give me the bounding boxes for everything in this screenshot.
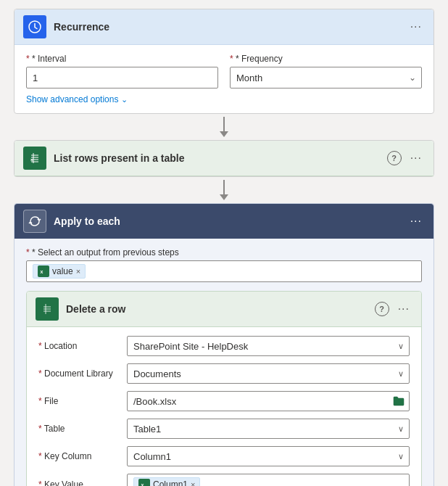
show-advanced-chevron-icon: ⌄ xyxy=(121,95,128,104)
value-tag: x value × xyxy=(33,264,86,279)
key-value-tag-icon: x xyxy=(138,479,150,486)
key-column-row: * Key Column Column1 ∨ xyxy=(38,446,410,466)
list-rows-help-button[interactable]: ? xyxy=(387,151,402,165)
key-value-tag: x Column1 × xyxy=(133,477,200,486)
list-rows-title: List rows present in a table xyxy=(54,152,380,164)
frequency-select-container: Month Week Day Hour Minute Second ⌄ xyxy=(230,67,422,88)
file-input[interactable] xyxy=(127,391,410,411)
file-label: * File xyxy=(38,396,118,406)
file-input-container xyxy=(127,391,410,411)
apply-each-dots-button[interactable]: ··· xyxy=(407,213,425,229)
location-select[interactable]: SharePoint Site - HelpDesk xyxy=(127,336,410,356)
arrow-connector-2 xyxy=(220,177,228,203)
key-column-select[interactable]: Column1 xyxy=(127,446,410,466)
list-rows-header: x List rows present in a table ? ··· xyxy=(14,141,434,176)
location-value: SharePoint Site - HelpDesk ∨ xyxy=(127,336,410,356)
key-column-value: Column1 ∨ xyxy=(127,446,410,466)
location-label: * Location xyxy=(38,341,118,351)
key-value-input[interactable]: x Column1 × xyxy=(127,474,410,486)
table-label: * Table xyxy=(38,424,118,434)
arrow-head-1 xyxy=(220,131,228,137)
file-value xyxy=(127,391,410,411)
recurrence-icon-box xyxy=(23,15,46,38)
key-column-label: * Key Column xyxy=(38,451,118,461)
recurrence-form-row: * * Interval * * Frequency Month Week Da… xyxy=(26,54,422,88)
recurrence-body: * * Interval * * Frequency Month Week Da… xyxy=(14,45,434,113)
delete-row-title: Delete a row xyxy=(66,303,368,315)
file-row: * File xyxy=(38,391,410,411)
recurrence-header: Recurrence ··· xyxy=(14,9,434,45)
flow-container: Recurrence ··· * * Interval * * Frequenc… xyxy=(9,9,439,486)
folder-icon[interactable] xyxy=(392,395,405,408)
svg-text:x: x xyxy=(141,482,144,486)
list-rows-actions: ? ··· xyxy=(387,150,425,166)
doc-library-label: * Document Library xyxy=(38,368,118,379)
location-row: * Location SharePoint Site - HelpDesk ∨ xyxy=(38,336,410,356)
clock-icon xyxy=(28,20,42,34)
key-value-field: x Column1 × xyxy=(127,474,410,486)
arrow-line-1 xyxy=(223,117,225,131)
interval-input[interactable] xyxy=(26,67,218,88)
table-row: * Table Table1 ∨ xyxy=(38,419,410,439)
key-value-label: * Key Value xyxy=(38,479,118,486)
table-select[interactable]: Table1 xyxy=(127,419,410,439)
excel-icon: x xyxy=(28,151,42,165)
delete-row-header: Delete a row ? ··· xyxy=(27,292,421,327)
doc-library-row: * Document Library Documents ∨ xyxy=(38,363,410,384)
list-rows-card: x List rows present in a table ? ··· xyxy=(14,140,434,177)
arrow-line-2 xyxy=(223,180,225,194)
apply-each-title: Apply to each xyxy=(54,215,400,227)
list-rows-icon-box: x xyxy=(23,147,46,170)
recurrence-actions: ··· xyxy=(407,19,425,35)
delete-row-icon-box xyxy=(36,297,59,321)
apply-each-body: * * Select an output from previous steps… xyxy=(14,239,434,486)
doc-library-value: Documents ∨ xyxy=(127,363,410,384)
doc-library-select[interactable]: Documents xyxy=(127,363,410,384)
key-value-row: * Key Value x xyxy=(38,474,410,486)
frequency-label: * * Frequency xyxy=(230,54,422,64)
delete-excel-icon xyxy=(40,302,54,316)
value-tag-close[interactable]: × xyxy=(76,267,80,276)
table-value: Table1 ∨ xyxy=(127,419,410,439)
delete-row-body: * Location SharePoint Site - HelpDesk ∨ … xyxy=(27,327,421,486)
apply-each-header: Apply to each ··· xyxy=(14,204,434,239)
svg-text:x: x xyxy=(41,269,43,274)
delete-row-actions: ? ··· xyxy=(375,301,412,317)
recurrence-title: Recurrence xyxy=(54,21,400,33)
select-output-group: * * Select an output from previous steps… xyxy=(26,247,422,282)
excel-tag-icon: x xyxy=(140,480,149,486)
value-tag-icon: x xyxy=(38,265,49,277)
recurrence-dots-button[interactable]: ··· xyxy=(407,19,425,35)
apply-each-card: Apply to each ··· * * Select an output f… xyxy=(14,203,434,486)
select-output-label: * * Select an output from previous steps xyxy=(26,247,422,258)
frequency-select[interactable]: Month Week Day Hour Minute Second xyxy=(230,67,422,88)
interval-group: * * Interval xyxy=(26,54,218,88)
key-value-tag-close[interactable]: × xyxy=(191,480,195,486)
arrow-connector-1 xyxy=(220,114,228,140)
delete-row-dots-button[interactable]: ··· xyxy=(395,301,412,317)
delete-row-card: Delete a row ? ··· * Location SharePoint… xyxy=(26,291,422,486)
show-advanced-button[interactable]: Show advanced options ⌄ xyxy=(26,94,128,104)
select-output-input[interactable]: x value × xyxy=(26,260,422,282)
apply-each-icon-box xyxy=(23,210,46,233)
loop-icon xyxy=(28,214,42,228)
frequency-group: * * Frequency Month Week Day Hour Minute… xyxy=(230,54,422,88)
list-rows-dots-button[interactable]: ··· xyxy=(407,150,425,166)
apply-each-actions: ··· xyxy=(407,213,425,229)
recurrence-card: Recurrence ··· * * Interval * * Frequenc… xyxy=(14,9,434,114)
interval-label: * * Interval xyxy=(26,54,218,64)
excel-small-icon: x xyxy=(39,267,48,276)
delete-row-help-button[interactable]: ? xyxy=(375,302,389,316)
arrow-head-2 xyxy=(220,194,228,200)
